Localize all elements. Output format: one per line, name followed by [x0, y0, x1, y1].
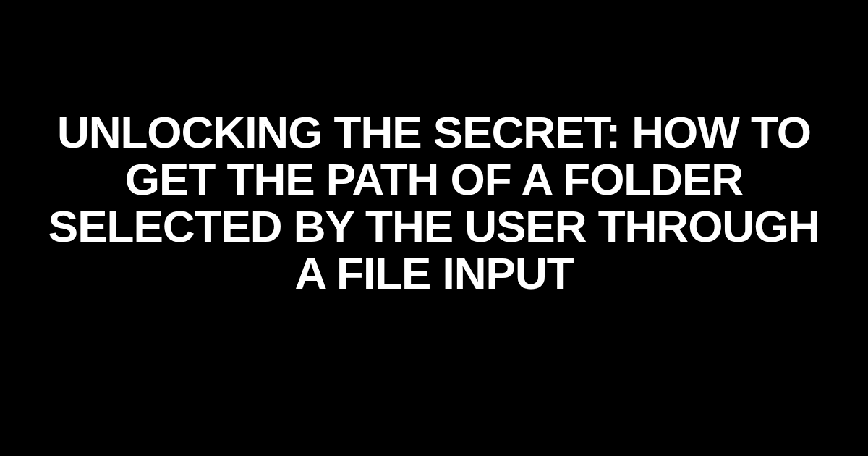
title-container: UNLOCKING THE SECRET: HOW TO GET THE PAT…: [0, 109, 868, 297]
page-title: UNLOCKING THE SECRET: HOW TO GET THE PAT…: [43, 109, 825, 297]
